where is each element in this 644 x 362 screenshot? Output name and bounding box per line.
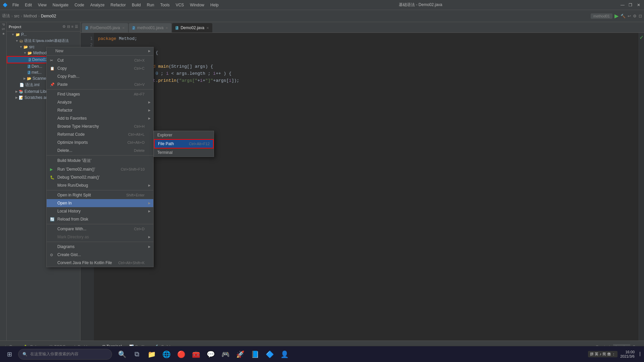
tab-close-button[interactable]: ✕ [122, 26, 125, 30]
taskbar-app3-icon[interactable]: 📘 [248, 348, 262, 361]
show-desktop-button[interactable]: ▕ [637, 352, 640, 356]
menu-file[interactable]: File [10, 2, 21, 8]
folder-icon: 🗂 [19, 39, 23, 43]
taskbar-files-icon[interactable]: 📁 [145, 348, 158, 361]
cm-item-paste[interactable]: 📌 Paste Ctrl+V [47, 80, 153, 88]
structure-side-icon[interactable]: S [1, 28, 5, 30]
editor-content: 1 2 3 4 5 6 7 8 package Method; ▶ public… [80, 33, 644, 341]
cm-item-creategist[interactable]: ⊙ Create Gist... [47, 251, 153, 259]
menu-build[interactable]: Build [129, 2, 144, 8]
cm-item-run[interactable]: ▶ Run 'Demo02.main()' Ctrl+Shift+F10 [47, 165, 153, 173]
tab-close-button[interactable]: ✕ [206, 26, 209, 30]
tree-item-project-root[interactable]: ▼ 📁 P... [7, 32, 80, 38]
cm-label: Reformat Code [57, 132, 85, 137]
cm-item-openin[interactable]: Open In [47, 199, 153, 207]
menu-run[interactable]: Run [144, 2, 157, 8]
cm-separator [47, 242, 153, 242]
cm-item-cut[interactable]: ✂ Cut Ctrl+X [47, 56, 153, 64]
cm-item-comparewith[interactable]: Compare With... Ctrl+D [47, 225, 153, 233]
cm-item-refactor[interactable]: Refactor [47, 106, 153, 114]
cm-item-findusages[interactable]: Find Usages Alt+F7 [47, 90, 153, 98]
java-icon: J [175, 26, 178, 30]
menu-tools[interactable]: Tools [158, 2, 172, 8]
search-bar[interactable]: 🔍 在这里输入你要搜索的内容 [18, 349, 112, 360]
java-icon: J [132, 26, 135, 30]
build-icon[interactable]: 🔨 [621, 14, 626, 18]
method-selector[interactable]: method01 [591, 13, 612, 19]
minimize-button[interactable]: — [620, 2, 625, 8]
close-button[interactable]: ✕ [636, 2, 641, 8]
menu-window[interactable]: Window [187, 2, 207, 8]
cm-item-delete[interactable]: Delete... Delete [47, 146, 153, 155]
cm-item-addtofavorites[interactable]: Add to Favorites [47, 114, 153, 122]
breadcrumb: 语法 › src › Method › Demo02 [2, 13, 56, 19]
proj-settings-icon[interactable]: ☰ [75, 24, 78, 29]
cm-item-debug[interactable]: 🐛 Debug 'Demo02.main()' [47, 173, 153, 181]
settings-icon[interactable]: ⚙ [633, 14, 637, 18]
taskbar-app1-icon[interactable]: 🎮 [219, 348, 232, 361]
breadcrumb-item-project[interactable]: 语法 [2, 13, 10, 19]
sm-item-explorer[interactable]: Explorer [154, 131, 214, 139]
tab-method01[interactable]: J method01.java ✕ [129, 23, 172, 33]
menu-edit[interactable]: Edit [22, 2, 35, 8]
proj-collapse-icon[interactable]: ≡ [71, 24, 73, 29]
menu-analyze[interactable]: Analyze [88, 2, 107, 8]
cm-label: Diagrams [57, 244, 74, 249]
menu-vcs[interactable]: VCS [173, 2, 187, 8]
taskbar-edge-icon[interactable]: 🌐 [160, 348, 173, 361]
tab-demo02[interactable]: J Demo02.java ✕ [172, 23, 212, 33]
breadcrumb-item-file[interactable]: Demo02 [41, 14, 56, 18]
taskbar-app2-icon[interactable]: 🚀 [233, 348, 247, 361]
cm-item-morerun[interactable]: More Run/Debug [47, 181, 153, 189]
cm-item-convertkotlin[interactable]: Convert Java File to Kotlin File Ctrl+Al… [47, 259, 153, 267]
folder-icon: 📂 [27, 76, 32, 81]
menu-code[interactable]: Code [72, 2, 87, 8]
arrow-icon: ▶ [15, 90, 18, 93]
cm-item-openrightsplit[interactable]: Open in Right Split Shift+Enter [47, 191, 153, 199]
run-button[interactable]: ▶ [614, 13, 619, 19]
sm-label: File Path [158, 141, 174, 146]
breadcrumb-item-method[interactable]: Method [23, 14, 37, 18]
proj-expand-icon[interactable]: ⊟ [67, 24, 70, 29]
breadcrumb-item-src[interactable]: src [14, 14, 19, 18]
taskbar-app4-icon[interactable]: 🔷 [263, 348, 276, 361]
cm-label: Copy [57, 66, 67, 71]
sm-item-filepath[interactable]: File Path Ctrl+Alt+F12 [154, 139, 214, 148]
cm-item-localhistory[interactable]: Local History [47, 207, 153, 215]
rerun-icon[interactable]: ↩ [628, 14, 631, 18]
sm-label: Explorer [157, 133, 172, 137]
expand-icon[interactable]: ⊡ [639, 14, 642, 18]
taskbar-toolbox-icon[interactable]: 🧰 [189, 348, 203, 361]
taskbar-intellij-icon[interactable]: 🔴 [174, 348, 188, 361]
taskbar-app5-icon[interactable]: 👤 [278, 348, 291, 361]
tree-item-yufa[interactable]: ▼ 🗂 语法 E:\java.code\基础语法 [7, 38, 80, 44]
start-button[interactable]: ⊞ [1, 346, 17, 362]
favorites-side-icon[interactable]: ★ [1, 32, 5, 36]
code-editor[interactable]: package Method; ▶ public class Demo02 { … [94, 33, 639, 341]
tab-close-button[interactable]: ✕ [165, 26, 168, 30]
cm-item-new[interactable]: New [47, 47, 153, 55]
taskbar-taskview-icon[interactable]: ⧉ [130, 348, 144, 361]
taskbar-wechat-icon[interactable]: 💬 [204, 348, 217, 361]
menu-help[interactable]: Help [208, 2, 221, 8]
title-bar-left: 🔷 File Edit View Navigate Code Analyze R… [3, 2, 221, 8]
menu-view[interactable]: View [35, 2, 49, 8]
cm-item-diagrams[interactable]: Diagrams [47, 243, 153, 251]
cm-item-copy[interactable]: 📋 Copy Ctrl+C [47, 64, 153, 72]
tab-fordemo05[interactable]: J ForDemo05.java ✕ [82, 23, 128, 33]
cm-item-optimizeimports[interactable]: Optimize Imports Ctrl+Alt+O [47, 138, 153, 146]
cm-item-reloadfromdisk[interactable]: 🔄 Reload from Disk [47, 215, 153, 223]
sm-item-terminal[interactable]: Terminal [154, 148, 214, 157]
cm-item-buildmodule[interactable]: Build Module '语法' [47, 156, 153, 165]
maximize-button[interactable]: ❐ [628, 2, 633, 8]
cm-item-analyze[interactable]: Analyze [47, 98, 153, 106]
ime-indicator[interactable]: 拼 英 ♪ 简 偬 ： [588, 351, 618, 357]
taskbar-search-icon[interactable]: 🔍 [115, 348, 129, 361]
cm-item-browsehierarchy[interactable]: Browse Type Hierarchy Ctrl+H [47, 122, 153, 130]
project-side-icon[interactable]: P [1, 23, 5, 26]
cm-item-reformat[interactable]: Reformat Code Ctrl+Alt+L [47, 130, 153, 138]
cm-item-copypath[interactable]: Copy Path... [47, 72, 153, 80]
menu-navigate[interactable]: Navigate [50, 2, 71, 8]
menu-refactor[interactable]: Refactor [108, 2, 128, 8]
proj-gear-icon[interactable]: ⚙ [62, 24, 66, 29]
